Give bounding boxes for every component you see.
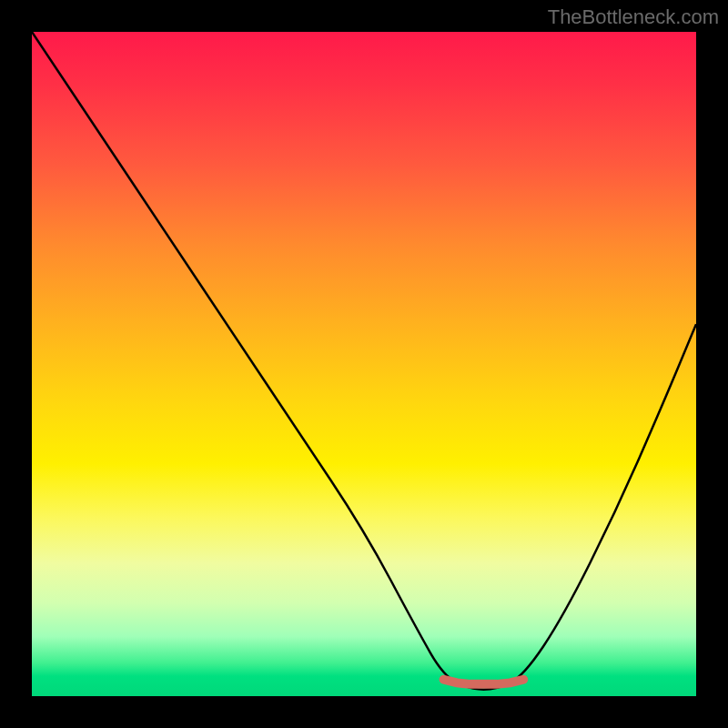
chart-svg bbox=[32, 32, 696, 696]
watermark-text: TheBottleneck.com bbox=[548, 5, 719, 29]
optimal-flat-segment-path bbox=[444, 680, 524, 684]
bottleneck-curve-path bbox=[32, 32, 696, 690]
chart-plot-area bbox=[32, 32, 696, 696]
